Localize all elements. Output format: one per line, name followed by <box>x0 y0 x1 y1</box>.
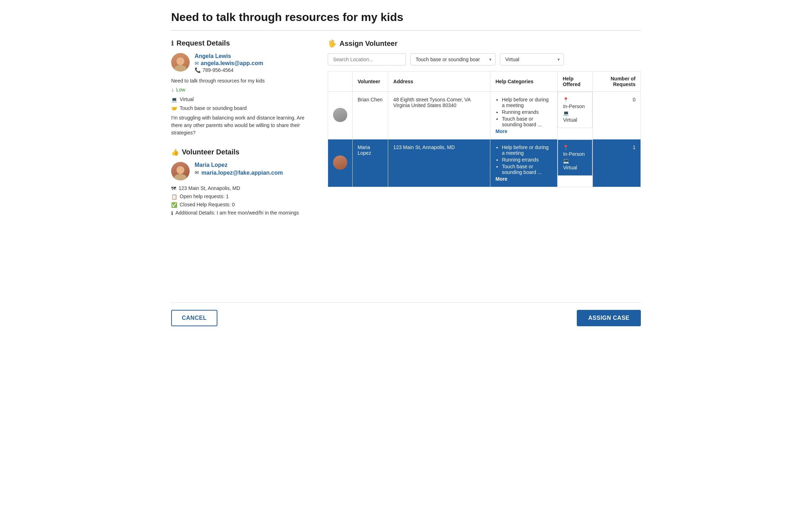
request-details-header: ℹ Request Details <box>171 39 306 47</box>
row-address: 48 Eighth street Tysons Corner, VA Virgi… <box>388 92 490 139</box>
volunteer-details-section: 👍 Volunteer Details Maria Lopez ✉ maria.… <box>171 145 306 216</box>
help-type-select-wrapper: Touch base or sounding boar Touch base o… <box>410 53 496 65</box>
volunteer-table: Volunteer Address Help Categories Help O… <box>328 71 641 187</box>
row-help-categories: Help before or during a meetingRunning e… <box>490 92 558 139</box>
left-panel: ℹ Request Details Angela Lewis ✉ angela.… <box>171 39 306 288</box>
th-avatar <box>328 72 353 92</box>
row-volunteer-name: Brian Chen <box>353 92 388 139</box>
th-address: Address <box>388 72 490 92</box>
priority-badge: ↓ Low <box>171 86 306 93</box>
more-link[interactable]: More <box>495 176 507 182</box>
volunteer-email[interactable]: maria.lopez@fake.appian.com <box>201 170 283 176</box>
help-category-item: Touch base or sounding board ... <box>502 116 552 127</box>
row-address: 123 Main St, Annapolis, MD <box>388 139 490 187</box>
page-title: Need to talk through resources for my ki… <box>171 11 641 31</box>
help-type-value: Touch base or sounding board <box>180 105 247 111</box>
priority-arrow-icon: ↓ <box>171 86 174 93</box>
filters-row: Touch base or sounding boar Touch base o… <box>328 53 641 65</box>
row-avatar-icon <box>333 155 347 170</box>
open-requests-value: Open help requests: 1 <box>180 194 229 199</box>
requester-info: Angela Lewis ✉ angela.lewis@app.com 📞 78… <box>171 53 306 73</box>
location-pin-icon: 📍 <box>563 145 587 150</box>
location-pin-icon: 📍 <box>563 97 587 102</box>
priority-label: Low <box>176 87 185 92</box>
table-header-row: Volunteer Address Help Categories Help O… <box>328 72 641 92</box>
mode-select-wrapper: Virtual VirtualIn-Person <box>500 53 564 65</box>
volunteer-info: Maria Lopez ✉ maria.lopez@fake.appian.co… <box>171 162 306 180</box>
volunteer-name-link[interactable]: Maria Lopez <box>195 162 227 168</box>
volunteer-details-header: 👍 Volunteer Details <box>171 148 306 156</box>
assign-case-button[interactable]: ASSIGN CASE <box>577 310 641 326</box>
row-volunteer-name: Maria Lopez <box>353 139 388 187</box>
laptop-mode-icon: 💻 <box>563 158 587 164</box>
help-type-row: 🤝 Touch base or sounding board <box>171 105 306 111</box>
requester-avatar <box>171 53 190 72</box>
additional-details-row: ℹ Additional Details: I am free mon/wed/… <box>171 210 306 216</box>
laptop-icon: 💻 <box>171 97 177 102</box>
row-avatar-cell <box>328 92 353 139</box>
th-help-categories: Help Categories <box>490 72 558 92</box>
row-avatar-icon <box>333 108 347 122</box>
mode-row: 💻 Virtual <box>171 96 306 102</box>
more-link[interactable]: More <box>495 128 507 134</box>
help-category-item: Running errands <box>502 109 552 115</box>
cancel-button[interactable]: CANCEL <box>171 310 217 326</box>
search-location-input[interactable] <box>328 53 406 65</box>
open-requests-icon: 📋 <box>171 194 177 200</box>
hand-icon: 🤝 <box>171 106 177 111</box>
requester-phone: 789-956-4564 <box>202 67 233 73</box>
volunteer-details-list: 🗺 123 Main St, Annapolis, MD 📋 Open help… <box>171 185 306 216</box>
requester-name[interactable]: Angela Lewis <box>195 53 231 59</box>
row-help-categories: Help before or during a meetingRunning e… <box>490 139 558 187</box>
closed-requests-row: ✅ Closed Help Requests: 0 <box>171 202 306 208</box>
requester-phone-row: 📞 789-956-4564 <box>195 67 263 73</box>
help-category-item: Help before or during a meeting <box>502 97 552 108</box>
mode-select[interactable]: Virtual VirtualIn-Person <box>500 53 564 65</box>
th-number-requests: Number of Requests <box>593 72 641 92</box>
table-row[interactable]: Maria Lopez123 Main St, Annapolis, MDHel… <box>328 139 641 187</box>
requester-details: Angela Lewis ✉ angela.lewis@app.com 📞 78… <box>195 53 263 73</box>
row-number-requests: 0 <box>593 92 641 139</box>
description-text: I'm struggling with balancing work and d… <box>171 114 306 137</box>
right-panel: 🖐 Assign Volunteer Touch base or soundin… <box>328 39 641 288</box>
row-help-offered: 📍 In-Person💻 Virtual <box>558 139 592 176</box>
request-text: Need to talk through resources for my ki… <box>171 78 306 84</box>
volunteer-avatar <box>171 162 190 180</box>
row-help-offered: 📍 In-Person💻 Virtual <box>558 92 592 128</box>
help-category-item: Help before or during a meeting <box>502 144 552 156</box>
footer-bar: CANCEL ASSIGN CASE <box>171 302 641 326</box>
additional-details-icon: ℹ <box>171 210 173 216</box>
row-avatar-cell <box>328 139 353 187</box>
th-volunteer: Volunteer <box>353 72 388 92</box>
additional-details-value: Additional Details: I am free mon/wed/fr… <box>175 210 299 216</box>
open-requests-row: 📋 Open help requests: 1 <box>171 194 306 200</box>
assign-icon: 🖐 <box>328 39 337 48</box>
volunteer-icon: 👍 <box>171 148 179 156</box>
map-icon: 🗺 <box>171 186 176 191</box>
requester-email-row: ✉ angela.lewis@app.com <box>195 60 263 67</box>
help-category-item: Running errands <box>502 157 552 163</box>
help-type-select[interactable]: Touch base or sounding boar Touch base o… <box>410 53 496 65</box>
mode-value: Virtual <box>180 96 194 102</box>
volunteer-address-row: 🗺 123 Main St, Annapolis, MD <box>171 185 306 191</box>
email-icon: ✉ <box>195 60 199 66</box>
info-icon: ℹ <box>171 39 174 47</box>
closed-requests-icon: ✅ <box>171 202 177 208</box>
row-number-requests: 1 <box>593 139 641 187</box>
requester-email[interactable]: angela.lewis@app.com <box>201 60 263 67</box>
volunteer-address: 123 Main St, Annapolis, MD <box>179 185 240 191</box>
assign-volunteer-header: 🖐 Assign Volunteer <box>328 39 641 48</box>
closed-requests-value: Closed Help Requests: 0 <box>180 202 235 207</box>
volunteer-email-icon: ✉ <box>195 170 199 175</box>
volunteer-email-row: ✉ maria.lopez@fake.appian.com <box>195 170 283 176</box>
volunteer-name-block: Maria Lopez ✉ maria.lopez@fake.appian.co… <box>195 162 283 179</box>
help-category-item: Touch base or sounding board ... <box>502 164 552 175</box>
table-row[interactable]: Brian Chen48 Eighth street Tysons Corner… <box>328 92 641 139</box>
th-help-offered: Help Offered <box>558 72 593 92</box>
phone-icon: 📞 <box>195 67 201 73</box>
laptop-mode-icon: 💻 <box>563 110 587 116</box>
